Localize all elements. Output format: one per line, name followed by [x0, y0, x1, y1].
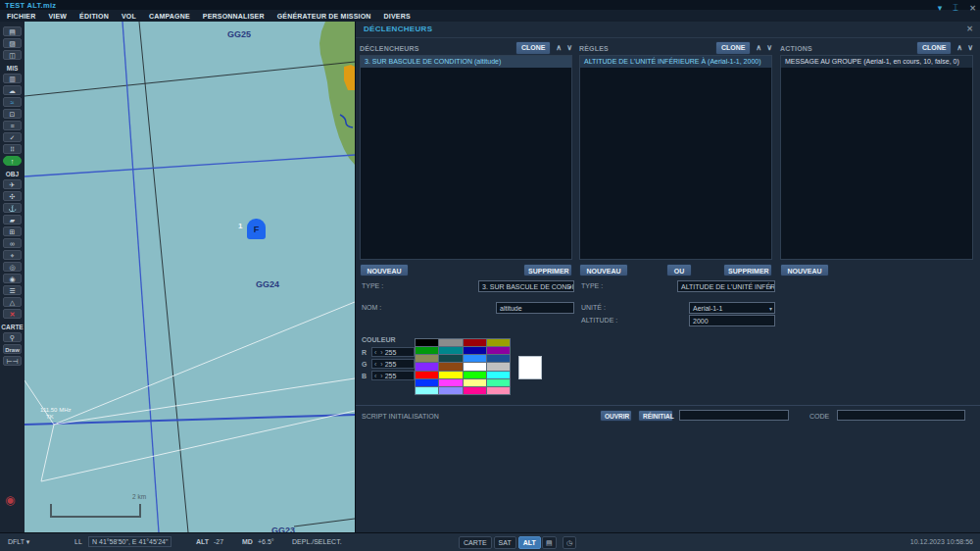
layer-toggle-carte[interactable]: CARTE — [459, 536, 492, 549]
palette-swatch[interactable] — [487, 363, 510, 370]
menu-item-view[interactable]: VIEW — [48, 13, 67, 20]
layer-toggle-alt[interactable]: ALT — [518, 536, 541, 549]
new-action-button[interactable]: NOUVEAU — [780, 264, 829, 276]
vehicle-icon[interactable]: ▰ — [3, 215, 22, 225]
rule-list-item[interactable]: ALTITUDE DE L'UNITÉ INFÉRIEURE À (Aerial… — [580, 56, 771, 68]
move-down-icon[interactable]: ∨ — [766, 42, 772, 54]
palette-swatch[interactable] — [487, 347, 510, 354]
clone-trigger-button[interactable]: CLONE — [515, 41, 551, 55]
palette-swatch[interactable] — [464, 339, 486, 346]
trigger-type-select[interactable]: 3. SUR BASCULE DE CONDITI ▾ — [478, 280, 574, 292]
palette-swatch[interactable] — [416, 355, 438, 362]
rule-type-select[interactable]: ALTITUDE DE L'UNITÉ INFÉRI ▾ — [677, 280, 775, 292]
save-mission-icon[interactable]: ◫ — [3, 50, 22, 60]
rules-list[interactable]: ALTITUDE DE L'UNITÉ INFÉRIEURE À (Aerial… — [579, 55, 772, 260]
palette-swatch[interactable] — [464, 347, 486, 354]
convoy-icon[interactable]: ∞ — [3, 238, 22, 248]
screen-icon[interactable]: ▤ — [542, 536, 557, 549]
payload-icon[interactable]: ≡ — [3, 121, 22, 130]
reset-script-button[interactable]: RÉINITIAL — [638, 410, 673, 422]
clock-icon[interactable]: ◷ — [563, 536, 576, 549]
menu-item-fichier[interactable]: FICHIER — [7, 13, 35, 20]
goals-check-icon[interactable]: ✓ — [3, 132, 22, 142]
actions-list[interactable]: MESSAGE AU GROUPE (Aerial-1, en cours, 1… — [780, 55, 973, 260]
palette-swatch[interactable] — [416, 372, 438, 378]
shapes-icon[interactable]: △ — [3, 297, 22, 307]
palette-swatch[interactable] — [439, 363, 462, 370]
menu-item-g-n-rateur-de-mission[interactable]: GÉNÉRATEUR DE MISSION — [277, 13, 371, 20]
palette-swatch[interactable] — [487, 379, 510, 386]
waypoint-icon[interactable]: ⌖ — [3, 250, 22, 260]
red-channel-stepper[interactable]: ‹ › 255 — [371, 347, 415, 357]
palette-swatch[interactable] — [439, 339, 462, 346]
delete-rule-button[interactable]: SUPPRIMER — [723, 264, 772, 276]
unit-select[interactable]: Aerial-1-1 ▾ — [689, 302, 775, 314]
move-down-icon[interactable]: ∨ — [967, 42, 973, 54]
clone-rule-button[interactable]: CLONE — [715, 41, 751, 55]
weather-icon[interactable]: ☁ — [3, 85, 22, 95]
palette-swatch[interactable] — [464, 387, 486, 394]
coord-mode-label[interactable]: LL — [74, 538, 82, 545]
menu-item--dition[interactable]: ÉDITION — [79, 13, 109, 20]
draw-button[interactable]: Draw — [3, 344, 22, 354]
open-mission-icon[interactable]: ▨ — [3, 38, 22, 48]
new-rule-button[interactable]: NOUVEAU — [579, 264, 628, 276]
move-down-icon[interactable]: ∨ — [566, 42, 572, 54]
delete-icon[interactable]: ✕ — [3, 309, 22, 319]
briefing-icon[interactable]: ▥ — [3, 74, 22, 83]
airplane-icon[interactable]: ✈ — [3, 179, 22, 189]
upload-icon[interactable]: ↑ — [3, 156, 22, 166]
trigger-name-input[interactable]: altitude — [496, 302, 574, 314]
record-icon[interactable]: ◉ — [5, 494, 15, 506]
aircraft-unit-icon[interactable]: F — [247, 219, 266, 239]
palette-swatch[interactable] — [487, 355, 510, 362]
palette-swatch[interactable] — [416, 363, 438, 370]
menu-item-divers[interactable]: DIVERS — [384, 13, 411, 20]
move-up-icon[interactable]: ∧ — [956, 42, 962, 54]
small-zone-icon[interactable]: ◉ — [3, 274, 22, 283]
open-script-button[interactable]: OUVRIR — [600, 410, 632, 422]
ship-icon[interactable]: ⚓ — [3, 203, 22, 213]
static-object-icon[interactable]: ⊞ — [3, 226, 22, 236]
palette-swatch[interactable] — [464, 355, 486, 362]
layer-toggle-sat[interactable]: SAT — [494, 536, 516, 549]
menu-item-personnaliser[interactable]: PERSONNALISER — [203, 13, 265, 20]
profile-dropdown[interactable]: DFLT ▾ — [8, 538, 29, 546]
move-up-icon[interactable]: ∧ — [556, 42, 562, 54]
ruler-icon[interactable]: ⊢⊣ — [3, 356, 22, 366]
clone-action-button[interactable]: CLONE — [916, 41, 952, 55]
palette-swatch[interactable] — [464, 363, 486, 370]
trigger-list-item[interactable]: 3. SUR BASCULE DE CONDITION (altitude) — [361, 56, 571, 68]
new-mission-icon[interactable]: ▤ — [3, 26, 22, 36]
script-code-input[interactable] — [837, 410, 965, 421]
menu-item-campagne[interactable]: CAMPAGNE — [149, 13, 190, 20]
panel-close-icon[interactable]: ✕ — [966, 25, 973, 33]
delete-trigger-button[interactable]: SUPPRIMER — [523, 264, 572, 276]
palette-swatch[interactable] — [416, 339, 438, 346]
blue-channel-stepper[interactable]: ‹ › 255 — [371, 371, 415, 380]
menu-item-vol[interactable]: VOL — [122, 13, 136, 20]
palette-swatch[interactable] — [416, 379, 438, 386]
helicopter-icon[interactable]: ✣ — [3, 191, 22, 201]
bullseye-icon[interactable]: ⊡ — [3, 109, 22, 119]
window-close-icon[interactable]: ✕ — [969, 4, 976, 13]
altitude-input[interactable]: 2000 — [689, 315, 775, 326]
palette-swatch[interactable] — [439, 387, 462, 394]
palette-swatch[interactable] — [439, 355, 462, 362]
map-canvas[interactable]: GG25 GG24 GG23 111.50 MHz TK 2 km F 1 — [24, 22, 355, 532]
palette-swatch[interactable] — [439, 379, 462, 386]
or-rule-button[interactable]: OU — [666, 264, 692, 276]
route-tool-icon[interactable]: ≈ — [3, 97, 22, 107]
palette-swatch[interactable] — [464, 372, 486, 378]
action-list-item[interactable]: MESSAGE AU GROUPE (Aerial-1, en cours, 1… — [781, 56, 972, 68]
palette-swatch[interactable] — [487, 387, 510, 394]
new-trigger-button[interactable]: NOUVEAU — [360, 264, 409, 276]
palette-swatch[interactable] — [464, 379, 486, 386]
palette-swatch[interactable] — [439, 347, 462, 354]
green-channel-stepper[interactable]: ‹ › 255 — [371, 359, 415, 369]
palette-swatch[interactable] — [439, 372, 462, 378]
summary-icon[interactable]: ⠿ — [3, 144, 22, 154]
palette-swatch[interactable] — [487, 372, 510, 378]
triggers-list[interactable]: 3. SUR BASCULE DE CONDITION (altitude) — [360, 55, 572, 260]
lock-map-icon[interactable]: ⚲ — [3, 332, 22, 342]
